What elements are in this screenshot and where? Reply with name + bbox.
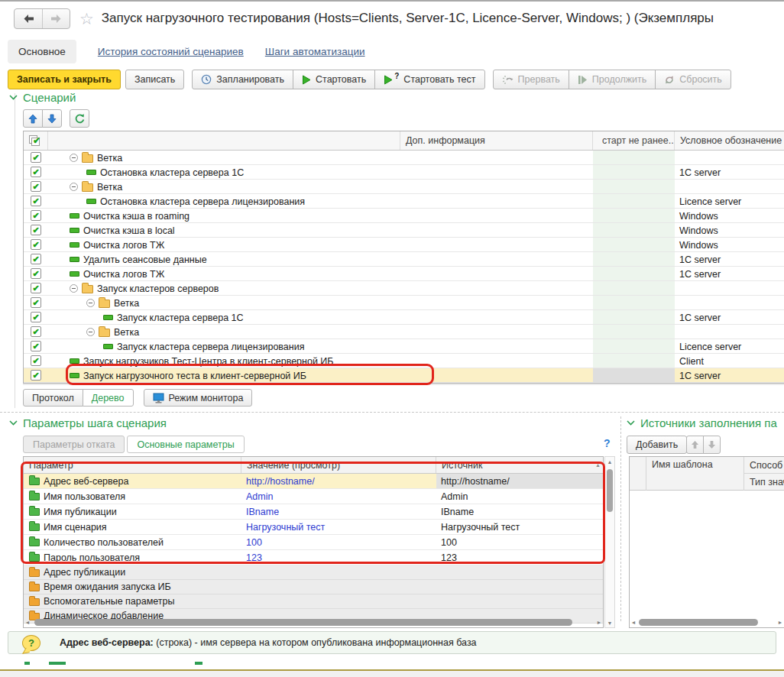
scroll-up-arrow[interactable]: ▲ [605, 457, 614, 466]
param-group-row[interactable]: Вспомогательные параметры [24, 594, 603, 609]
param-value-cell[interactable]: 123 [241, 550, 436, 565]
horizontal-scroll-track [637, 619, 776, 626]
tree-row[interactable]: ✔Ветка [24, 296, 784, 310]
tab-rollback-params[interactable]: Параметры отката [23, 436, 125, 453]
tree-row[interactable]: ✔Запуск нагрузочного теста в клиент-серв… [24, 368, 784, 383]
row-checkbox[interactable]: ✔ [31, 297, 41, 308]
param-row[interactable]: Пароль пользователя123123 [24, 550, 603, 565]
vertical-splitter[interactable] [620, 416, 621, 621]
collapse-expander-icon[interactable] [70, 183, 78, 191]
scroll-right-arrow[interactable]: ► [595, 620, 603, 625]
collapse-expander-icon[interactable] [86, 328, 95, 336]
tree-row[interactable]: ✔Остановка кластера сервера 1С1C server [24, 165, 784, 180]
step-params-section-header[interactable]: Параметры шага сценария [9, 416, 238, 429]
param-group-row[interactable]: Адрес публикации [24, 565, 603, 580]
param-row[interactable]: Количество пользователей100100 [24, 535, 603, 550]
tree-view-button[interactable]: Дерево [83, 389, 134, 407]
param-group-row[interactable]: Время ожидания запуска ИБ [24, 580, 603, 594]
back-button[interactable] [15, 9, 42, 28]
param-row[interactable]: Адрес веб-сервераhttp://hostname/http://… [24, 474, 603, 489]
param-row[interactable]: Имя сценарияНагрузочный тестНагрузочный … [24, 520, 603, 535]
move-up-button[interactable] [23, 109, 43, 128]
row-checkbox[interactable]: ✔ [31, 355, 41, 366]
scroll-left-arrow[interactable]: ◄ [630, 620, 637, 625]
collapse-expander-icon[interactable] [70, 284, 78, 293]
tree-row[interactable]: ✔Запуск нагрузчиков Тест-Центра в клиент… [24, 354, 784, 368]
param-value-cell[interactable]: 100 [241, 535, 436, 549]
tree-row[interactable]: ✔Удалить сеансовые данные1C server [24, 252, 784, 267]
horizontal-splitter[interactable] [0, 412, 784, 413]
horizontal-scroll-thumb[interactable] [639, 619, 758, 626]
link-scenario-state-history[interactable]: История состояний сценариев [98, 46, 244, 57]
row-checkbox[interactable]: ✔ [31, 167, 41, 177]
refresh-button[interactable] [70, 109, 89, 128]
check-all-header-cell[interactable]: ✔ [24, 131, 48, 150]
row-checkbox[interactable]: ✔ [31, 268, 41, 279]
tree-row[interactable]: ✔Очистка кэша в roamingWindows [24, 209, 784, 223]
row-checkbox[interactable]: ✔ [31, 341, 41, 351]
tree-row-content: Запуск кластера сервера 1С [103, 310, 244, 325]
param-leaf-icon [29, 478, 40, 485]
tree-row[interactable]: ✔Остановка кластера сервера лицензирован… [24, 194, 784, 209]
tree-row[interactable]: ✔Очистка логов ТЖ1C server [24, 267, 784, 281]
sources-move-down-button[interactable] [703, 436, 721, 454]
scroll-right-arrow[interactable]: ► [776, 620, 784, 625]
row-checkbox[interactable]: ✔ [31, 254, 41, 264]
collapse-expander-icon[interactable] [86, 299, 95, 307]
schedule-button[interactable]: Запланировать [192, 70, 293, 89]
collapse-expander-icon[interactable] [70, 154, 78, 162]
param-value-cell[interactable]: IBname [241, 504, 436, 519]
protocol-view-button[interactable]: Протокол [23, 389, 83, 407]
start-test-button[interactable]: ? Стартовать тест [374, 70, 484, 89]
save-and-close-button[interactable]: Записать и закрыть [8, 70, 121, 89]
tree-row[interactable]: ✔Запуск кластера сервера лицензированияL… [24, 339, 784, 354]
row-checkbox[interactable]: ✔ [31, 210, 41, 221]
interrupt-button[interactable]: Прервать [493, 70, 569, 89]
link-automation-steps[interactable]: Шаги автоматизации [265, 46, 365, 57]
param-leaf-icon [29, 523, 40, 531]
move-down-button[interactable] [42, 109, 62, 128]
extra-info-header-cell: Доп. информация [400, 131, 593, 150]
param-row[interactable]: Имя публикацииIBnameIBname [24, 504, 603, 520]
scenario-section-header[interactable]: Сценарий [9, 91, 238, 104]
tab-main-params[interactable]: Основные параметры [127, 436, 244, 453]
tree-row[interactable]: ✔Запуск кластеров серверов [24, 281, 784, 296]
row-checkbox[interactable]: ✔ [31, 152, 41, 163]
tree-row[interactable]: ✔Ветка [24, 180, 784, 194]
param-value-cell[interactable]: http://hostname/ [241, 474, 436, 488]
tree-row[interactable]: ✔Очистка кэша в localWindows [24, 223, 784, 238]
start-button[interactable]: Стартовать [293, 70, 375, 89]
horizontal-scroll-thumb[interactable] [34, 619, 572, 626]
row-checkbox[interactable]: ✔ [31, 239, 41, 250]
hint-term: Адрес веб-сервера: [60, 637, 154, 648]
sources-move-up-button[interactable] [686, 436, 704, 454]
tree-row[interactable]: ✔Очистка логов ТЖWindows [24, 238, 784, 252]
add-source-button[interactable]: Добавить [627, 436, 687, 454]
reset-button[interactable]: Сбросить [655, 70, 731, 89]
param-value-cell[interactable]: Нагрузочный тест [241, 520, 436, 534]
forward-button[interactable] [42, 9, 70, 28]
row-checkbox[interactable]: ✔ [31, 196, 41, 206]
resume-button[interactable]: Продолжить [569, 70, 656, 89]
save-button[interactable]: Записать [125, 70, 184, 89]
row-checkbox[interactable]: ✔ [31, 225, 41, 235]
tree-row[interactable]: ✔Ветка [24, 151, 784, 165]
scroll-left-arrow[interactable]: ◄ [24, 620, 31, 625]
row-checkbox[interactable]: ✔ [31, 326, 41, 337]
favorite-star-icon[interactable]: ☆ [79, 11, 94, 27]
sources-section-header[interactable]: Источники заполнения па [627, 416, 784, 429]
param-row[interactable]: Имя пользователяAdminAdmin [24, 489, 603, 504]
row-checkbox[interactable]: ✔ [31, 370, 41, 381]
arrow-up-disabled-icon [691, 440, 699, 449]
tree-row[interactable]: ✔Запуск кластера сервера 1С1C server [24, 310, 784, 325]
tab-main[interactable]: Основное [8, 40, 76, 63]
tree-row[interactable]: ✔Ветка [24, 325, 784, 339]
param-value-cell[interactable]: Admin [241, 489, 436, 504]
row-checkbox[interactable]: ✔ [31, 312, 41, 322]
monitor-mode-button[interactable]: Режим монитора [144, 389, 253, 407]
help-link[interactable]: ? [604, 437, 611, 449]
vertical-scroll-thumb[interactable] [607, 469, 613, 512]
row-checkbox[interactable]: ✔ [31, 181, 41, 192]
row-checkbox[interactable]: ✔ [31, 283, 41, 293]
scroll-down-arrow[interactable]: ▼ [605, 618, 614, 627]
